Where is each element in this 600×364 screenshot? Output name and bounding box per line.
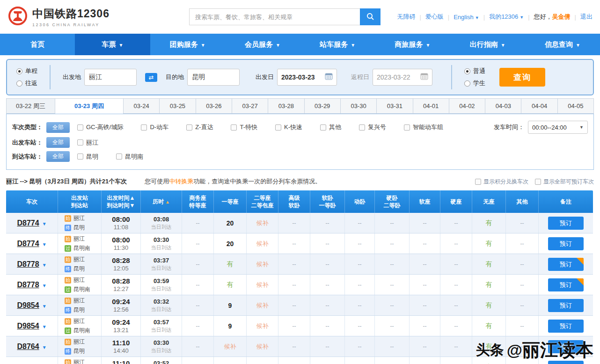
- train-number-cell[interactable]: D9854▼: [6, 316, 58, 336]
- train-number-cell[interactable]: D9854▼: [6, 295, 58, 315]
- nav-item-0[interactable]: 首页: [0, 34, 75, 55]
- depart-date-input[interactable]: 2023-03-23: [277, 69, 337, 86]
- column-header-3[interactable]: 历时▲: [141, 190, 182, 213]
- nav-item-5[interactable]: 商旅服务▼: [375, 34, 450, 55]
- column-header-6[interactable]: 二等座二等包座: [247, 190, 278, 213]
- filter-option[interactable]: 智能动车组: [404, 123, 443, 131]
- column-header-0[interactable]: 车次: [6, 190, 58, 213]
- seat-availability-cell[interactable]: 候补: [247, 357, 278, 364]
- filter-option[interactable]: T-特快: [231, 123, 257, 131]
- nav-item-3[interactable]: 会员服务▼: [225, 34, 300, 55]
- checkbox-points-trains[interactable]: 显示积分兑换车次: [475, 178, 528, 186]
- seat-availability-cell[interactable]: 候补: [247, 213, 278, 233]
- nav-item-7[interactable]: 信息查询▼: [525, 34, 600, 55]
- date-tab-04-03[interactable]: 04-03: [485, 98, 521, 114]
- date-tab-03-27[interactable]: 03-27: [232, 98, 268, 114]
- date-tab-03-22[interactable]: 03-22 周三: [6, 98, 55, 114]
- radio-student-passenger[interactable]: 学生: [464, 79, 485, 87]
- column-header-11[interactable]: 软座: [410, 190, 440, 213]
- username[interactable]: 吴金倩: [552, 13, 571, 21]
- date-tab-04-04[interactable]: 04-04: [521, 98, 557, 114]
- depart-time-select[interactable]: 00:00--24:00▼: [528, 121, 588, 134]
- train-number-cell[interactable]: D8778▼: [6, 275, 58, 295]
- column-header-14[interactable]: 其他: [506, 190, 539, 213]
- column-header-1[interactable]: 出发站到达站: [58, 190, 102, 213]
- train-number[interactable]: D8774: [17, 219, 39, 227]
- column-header-13[interactable]: 无座: [472, 190, 506, 213]
- train-number-cell[interactable]: D8764▼: [6, 357, 58, 364]
- checkbox-all-bookable[interactable]: 显示全部可预订车次: [535, 178, 594, 186]
- radio-one-way[interactable]: 单程: [16, 67, 37, 75]
- train-number-cell[interactable]: D8774▼: [6, 213, 58, 233]
- train-number[interactable]: D8778: [17, 281, 39, 289]
- date-tab-03-23[interactable]: 03-23 周四: [55, 98, 123, 114]
- logout-link[interactable]: 退出: [580, 13, 593, 21]
- book-button[interactable]: 预订: [548, 217, 584, 230]
- nav-item-6[interactable]: 出行指南▼: [450, 34, 525, 55]
- seat-availability-cell[interactable]: 候补: [214, 336, 247, 357]
- filter-option[interactable]: 丽江: [77, 138, 98, 147]
- filter-option[interactable]: Z-直达: [186, 123, 213, 131]
- expand-caret-icon[interactable]: ▼: [42, 221, 47, 226]
- expand-caret-icon[interactable]: ▼: [42, 324, 47, 329]
- column-header-8[interactable]: 软卧一等卧: [310, 190, 345, 213]
- book-button[interactable]: 预订: [548, 278, 584, 291]
- return-date-input[interactable]: 2023-03-22: [373, 69, 432, 86]
- train-number-cell[interactable]: D8778▼: [6, 254, 58, 274]
- column-header-15[interactable]: 备注: [539, 190, 593, 213]
- date-tab-03-31[interactable]: 03-31: [376, 98, 412, 114]
- train-number[interactable]: D8778: [17, 260, 39, 269]
- seat-availability-cell[interactable]: 候补: [247, 295, 278, 315]
- filter-option[interactable]: 昆明南: [116, 153, 143, 161]
- date-tab-03-28[interactable]: 03-28: [268, 98, 304, 114]
- expand-caret-icon[interactable]: ▼: [42, 283, 47, 288]
- column-header-4[interactable]: 商务座特等座: [182, 190, 214, 213]
- column-header-9[interactable]: 动卧: [345, 190, 375, 213]
- header-link-2[interactable]: English▼: [454, 14, 479, 21]
- filter-all-button[interactable]: 全部: [46, 122, 70, 133]
- date-tab-04-01[interactable]: 04-01: [413, 98, 449, 114]
- train-number-cell[interactable]: D8774▼: [6, 233, 58, 254]
- expand-caret-icon[interactable]: ▼: [42, 262, 47, 268]
- nav-item-1[interactable]: 车票▼: [75, 34, 150, 55]
- expand-caret-icon[interactable]: ▼: [42, 242, 47, 247]
- date-tab-04-02[interactable]: 04-02: [449, 98, 485, 114]
- transfer-link[interactable]: 中转换乘: [169, 178, 193, 185]
- filter-option[interactable]: GC-高铁/城际: [77, 123, 123, 131]
- seat-availability-cell[interactable]: 候补: [247, 275, 278, 295]
- search-button[interactable]: [360, 8, 380, 25]
- swap-stations-icon[interactable]: ⇄: [145, 73, 157, 82]
- from-station-input[interactable]: [84, 69, 137, 86]
- column-header-5[interactable]: 一等座: [214, 190, 247, 213]
- book-button[interactable]: 预订: [548, 340, 584, 353]
- train-number[interactable]: D9854: [17, 322, 39, 330]
- filter-option[interactable]: K-快速: [275, 123, 302, 131]
- book-button[interactable]: 预订: [548, 320, 584, 333]
- column-header-12[interactable]: 硬座: [440, 190, 472, 213]
- column-header-10[interactable]: 硬卧二等卧: [375, 190, 410, 213]
- header-link-0[interactable]: 无障碍: [397, 13, 415, 21]
- column-header-7[interactable]: 高级软卧: [278, 190, 310, 213]
- book-button[interactable]: 预订: [548, 299, 584, 312]
- date-tab-03-29[interactable]: 03-29: [304, 98, 340, 114]
- search-input[interactable]: [189, 8, 360, 25]
- calendar-icon[interactable]: [420, 73, 428, 82]
- logo[interactable]: 中国铁路12306 12306 CHINA RAILWAY: [7, 6, 110, 28]
- filter-option[interactable]: 其他: [320, 123, 341, 131]
- calendar-icon[interactable]: [325, 73, 333, 82]
- train-number[interactable]: D8774: [17, 240, 39, 248]
- radio-round-trip[interactable]: 往返: [16, 79, 37, 87]
- nav-item-4[interactable]: 站车服务▼: [300, 34, 375, 55]
- column-header-2[interactable]: 出发时间▲到达时间▼: [102, 190, 141, 213]
- date-tab-03-30[interactable]: 03-30: [340, 98, 376, 114]
- header-link-3[interactable]: 我的12306▼: [489, 13, 524, 21]
- date-tab-04-05[interactable]: 04-05: [557, 98, 594, 114]
- filter-option[interactable]: 昆明: [77, 153, 98, 161]
- book-button[interactable]: 预订: [548, 361, 584, 364]
- expand-caret-icon[interactable]: ▼: [42, 304, 47, 309]
- seat-availability-cell[interactable]: 候补: [247, 336, 278, 357]
- date-tab-03-26[interactable]: 03-26: [196, 98, 232, 114]
- header-link-1[interactable]: 爱心版: [425, 13, 444, 21]
- expand-caret-icon[interactable]: ▼: [42, 345, 47, 350]
- date-tab-03-24[interactable]: 03-24: [123, 98, 159, 114]
